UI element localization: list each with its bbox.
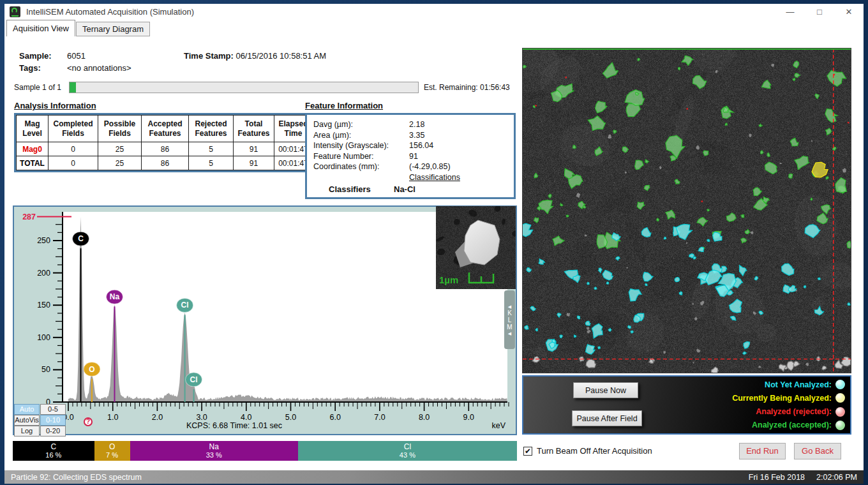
klm-marker-control[interactable]: ◀ K L M ◀ — [504, 290, 515, 349]
progress-bar — [69, 82, 419, 93]
table-cell: 91 — [234, 156, 274, 170]
analysis-header: TotalFeatures — [234, 116, 274, 142]
svg-text:1.0: 1.0 — [107, 413, 118, 422]
status-date: Fri 16 Feb 2018 — [749, 473, 805, 482]
tab-strip: Aquisition ViewTernary Diagram — [4, 20, 864, 36]
tags-label: Tags: — [19, 63, 41, 73]
table-cell: TOTAL — [17, 156, 49, 170]
status-message: Particle 92: Collecting EDS spectrum — [11, 473, 142, 482]
spectrum-button-autovis[interactable]: AutoVis — [14, 415, 40, 426]
feature-title: Feature Information — [305, 101, 383, 110]
feature-row: Area (µm):3.35 — [313, 130, 514, 141]
classifiers-row: Classifiers Na-Cl — [313, 184, 514, 194]
tab-aquisition-view[interactable]: Aquisition View — [6, 20, 75, 36]
analysis-title: Analysis Information — [14, 101, 96, 110]
svg-text:9.0: 9.0 — [463, 413, 474, 422]
app-icon — [10, 6, 20, 17]
svg-text:O: O — [89, 365, 94, 374]
status-time: 2:02:06 PM — [816, 473, 857, 482]
sample-value: 6051 — [67, 51, 86, 61]
klm-letter-m: M — [507, 324, 512, 331]
composition-segment-na: Na33 % — [130, 441, 298, 461]
close-button[interactable]: ✕ — [834, 4, 864, 20]
tags-value: <no annotations> — [67, 63, 131, 73]
beam-off-checkbox[interactable]: ✔ — [523, 447, 532, 456]
table-cell: 25 — [98, 142, 142, 156]
klm-up-arrow-icon[interactable]: ◀ — [508, 304, 511, 310]
legend-item: Analyzed (accepted): — [732, 421, 845, 430]
legend-label: Not Yet Analyzed: — [765, 380, 832, 389]
table-cell: 86 — [142, 156, 189, 170]
maximize-button[interactable]: □ — [805, 4, 834, 20]
feature-panel: Davg (µm):2.18Area (µm):3.35Intensity (G… — [305, 113, 516, 199]
pause-after-field-button[interactable]: Pause After Field — [572, 410, 642, 426]
inset-scale-label: 1µm — [439, 274, 458, 285]
particle-inset-image: 1µm — [436, 206, 516, 289]
tab-ternary-diagram[interactable]: Ternary Diagram — [76, 22, 150, 36]
legend-dot-icon — [835, 407, 845, 417]
table-cell: 5 — [189, 142, 234, 156]
pause-now-button[interactable]: Pause Now — [573, 382, 638, 398]
title-bar: IntelliSEM Automated Acquisition (Simula… — [4, 4, 864, 20]
window-title: IntelliSEM Automated Acquisition (Simula… — [26, 7, 194, 17]
svg-text:4.0: 4.0 — [241, 413, 251, 422]
feature-row: Intensity (Grayscale):156.04 — [313, 140, 514, 151]
beam-off-label: Turn Beam Off After Acquisition — [537, 446, 652, 456]
svg-text:150: 150 — [37, 301, 50, 310]
spectrum-button-0-5[interactable]: 0-5 — [40, 404, 66, 415]
table-row: Mag00258659100:01:47 — [17, 142, 313, 156]
est-remaining: Est. Remaining: 01:56:43 — [424, 83, 510, 92]
legend-item: Currently Being Analyzed: — [732, 393, 845, 403]
svg-text:3.0: 3.0 — [196, 413, 207, 422]
table-cell: 86 — [142, 142, 189, 156]
spectrum-button-auto[interactable]: Auto — [14, 404, 40, 415]
kcps-time-readout: KCPS: 6.68 Time: 1.01 sec — [186, 421, 282, 430]
analysis-header: AcceptedFeatures — [142, 116, 189, 142]
help-icon[interactable]: ? — [84, 417, 93, 426]
analysis-header: MagLevel — [17, 116, 49, 142]
klm-letter-k: K — [507, 310, 512, 317]
spectrum-button-0-10[interactable]: 0-10 — [40, 415, 66, 426]
sem-field-canvas[interactable] — [523, 48, 851, 373]
legend-dot-icon — [835, 393, 845, 403]
composition-bar: C16 %O7 %Na33 %Cl43 % — [13, 441, 517, 461]
sample-label: Sample: — [19, 51, 52, 61]
acquisition-control-panel: Pause Now Pause After Field Not Yet Anal… — [522, 375, 851, 435]
klm-letter-l: L — [508, 317, 512, 324]
particle-status-legend: Not Yet Analyzed:Currently Being Analyze… — [732, 378, 845, 432]
minimize-button[interactable]: — — [775, 4, 805, 20]
feature-row: Feature Number:91 — [313, 151, 514, 162]
svg-text:7.0: 7.0 — [374, 413, 385, 422]
spectrum-button-0-20[interactable]: 0-20 — [40, 426, 66, 436]
klm-down-arrow-icon[interactable]: ◀ — [508, 331, 511, 336]
legend-label: Analyzed (accepted): — [752, 421, 832, 429]
svg-text:Cl: Cl — [190, 375, 198, 384]
progress-label: Sample 1 of 1 — [14, 83, 61, 92]
feature-row: Davg (µm):2.18 — [313, 119, 514, 130]
beam-off-option: ✔ Turn Beam Off After Acquisition — [523, 446, 652, 456]
spectrum-button-log[interactable]: Log — [14, 426, 40, 436]
table-cell: 5 — [189, 156, 234, 170]
legend-label: Currently Being Analyzed: — [732, 394, 832, 403]
svg-text:2.0: 2.0 — [152, 413, 163, 422]
go-back-button[interactable]: Go Back — [794, 443, 841, 459]
svg-text:100: 100 — [37, 333, 50, 342]
sem-field-view — [522, 48, 851, 373]
composition-segment-cl: Cl43 % — [298, 441, 517, 461]
status-bar: Particle 92: Collecting EDS spectrum Fri… — [4, 470, 864, 484]
analysis-header: RejectedFeatures — [189, 116, 234, 142]
svg-text:Na: Na — [110, 292, 120, 301]
analysis-header: PossibleFields — [98, 116, 142, 142]
svg-text:C: C — [78, 234, 84, 243]
classifiers-value: Na-Cl — [394, 184, 415, 194]
svg-text:200: 200 — [37, 269, 50, 278]
table-cell: Mag0 — [17, 142, 49, 156]
legend-dot-icon — [835, 380, 845, 389]
timestamp-label: Time Stamp: — [184, 51, 234, 61]
legend-item: Not Yet Analyzed: — [732, 380, 845, 389]
composition-segment-c: C16 % — [13, 441, 94, 461]
table-row: TOTAL0258659100:01:47 — [17, 156, 313, 170]
classifications-link[interactable]: Classifications — [409, 172, 460, 183]
end-run-button[interactable]: End Run — [739, 443, 786, 459]
feature-row: Coordinates (mm):(-4.29,0.85) — [313, 161, 514, 172]
